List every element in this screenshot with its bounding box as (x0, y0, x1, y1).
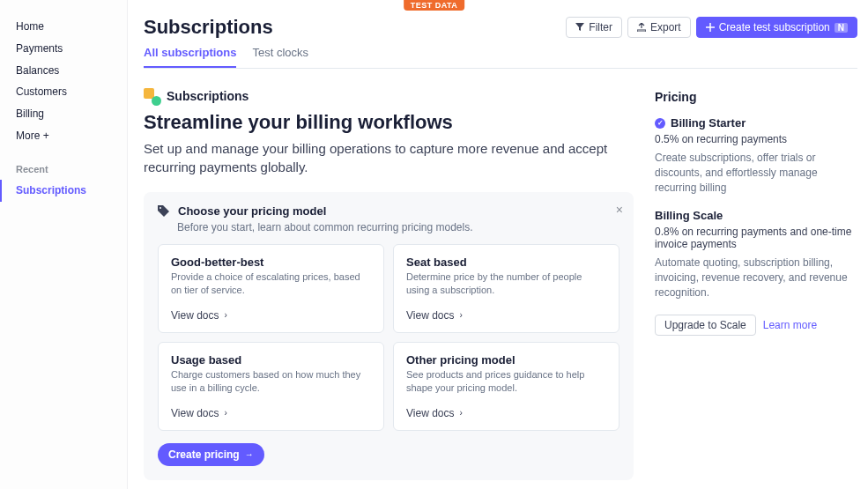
chevron-right-icon: › (224, 408, 226, 418)
nav-balances[interactable]: Balances (9, 60, 127, 82)
plus-icon (706, 23, 715, 32)
plan-billing-scale: Billing Scale 0.8% on recurring payments… (655, 209, 857, 300)
chevron-right-icon: › (224, 310, 226, 320)
pricing-sidebar: Pricing ✓ Billing Starter 0.5% on recurr… (655, 88, 857, 489)
nav-home[interactable]: Home (9, 16, 127, 38)
tab-test-clocks[interactable]: Test clocks (252, 46, 308, 68)
chevron-right-icon: › (459, 310, 462, 320)
pcard-desc: Charge customers based on how much they … (171, 368, 371, 396)
view-docs-link[interactable]: View docs› (406, 407, 463, 419)
nav-more[interactable]: More + (9, 125, 127, 147)
pcard-desc: Provide a choice of escalating prices, b… (171, 270, 371, 298)
upgrade-to-scale-button[interactable]: Upgrade to Scale (655, 315, 756, 336)
plan-rate: 0.8% on recurring payments and one-time … (655, 226, 857, 250)
export-icon (637, 23, 646, 32)
create-pricing-button[interactable]: Create pricing → (158, 443, 264, 466)
feature-label: Subscriptions (167, 89, 249, 103)
pcard-title: Usage based (171, 353, 371, 367)
learn-more-link[interactable]: Learn more (763, 319, 817, 331)
plan-billing-starter: ✓ Billing Starter 0.5% on recurring paym… (655, 116, 857, 195)
plan-name: Billing Scale (655, 209, 857, 222)
pricing-card-usage-based: Usage based Charge customers based on ho… (158, 342, 384, 431)
create-kbd: N (835, 23, 848, 33)
pcard-title: Good-better-best (171, 256, 371, 269)
view-docs-link[interactable]: View docs› (171, 309, 227, 322)
test-data-badge: TEST DATA (404, 0, 465, 11)
view-docs-link[interactable]: View docs› (406, 309, 463, 322)
close-icon[interactable]: × (616, 203, 623, 217)
tab-all-subscriptions[interactable]: All subscriptions (144, 46, 236, 68)
onboard-title: Choose your pricing model (178, 204, 326, 218)
onboard-subtitle: Before you start, learn about common rec… (177, 221, 619, 233)
export-button[interactable]: Export (627, 17, 691, 38)
create-label: Create test subscription (719, 21, 830, 33)
step-offer-subscriptions[interactable]: Choose how to offer subscriptions × (144, 480, 634, 489)
plan-name: ✓ Billing Starter (655, 116, 857, 130)
recent-section-label: Recent (9, 159, 127, 180)
pcard-title: Seat based (406, 256, 606, 269)
pricing-card-seat-based: Seat based Determine price by the number… (393, 244, 619, 333)
pcard-title: Other pricing model (406, 353, 606, 367)
filter-icon (575, 23, 584, 32)
nav-subscriptions[interactable]: Subscriptions (0, 180, 127, 202)
page-title: Subscriptions (144, 16, 273, 39)
filter-label: Filter (589, 21, 612, 33)
pcard-desc: Determine price by the number of people … (406, 270, 606, 298)
pricing-card-good-better-best: Good-better-best Provide a choice of esc… (158, 244, 384, 333)
view-docs-link[interactable]: View docs› (171, 407, 227, 419)
pcard-desc: See products and prices guidance to help… (406, 368, 606, 396)
sidebar: Home Payments Balances Customers Billing… (0, 0, 128, 489)
check-icon: ✓ (655, 118, 665, 129)
main-content: Subscriptions Filter Export Create test … (128, 0, 868, 489)
subscriptions-icon (144, 88, 160, 104)
tabs: All subscriptions Test clocks (144, 46, 857, 69)
arrow-right-icon: → (245, 449, 254, 459)
plan-rate: 0.5% on recurring payments (655, 133, 857, 145)
tag-icon (158, 205, 169, 217)
svg-point-0 (160, 207, 161, 209)
create-subscription-button[interactable]: Create test subscription N (696, 17, 857, 38)
nav-billing[interactable]: Billing (9, 103, 127, 125)
onboarding-card: × Choose your pricing model Before you s… (144, 192, 634, 480)
pricing-card-other: Other pricing model See products and pri… (393, 342, 619, 431)
pricing-title: Pricing (655, 90, 857, 104)
chevron-right-icon: › (459, 408, 462, 418)
plan-desc: Create subscriptions, offer trials or di… (655, 151, 857, 195)
nav-customers[interactable]: Customers (9, 81, 127, 103)
export-label: Export (650, 21, 681, 33)
plan-desc: Automate quoting, subscription billing, … (655, 256, 857, 300)
filter-button[interactable]: Filter (566, 17, 622, 38)
hero-title: Streamline your billing workflows (144, 111, 634, 134)
hero-subtitle: Set up and manage your billing operation… (144, 139, 619, 176)
nav-payments[interactable]: Payments (9, 38, 127, 60)
